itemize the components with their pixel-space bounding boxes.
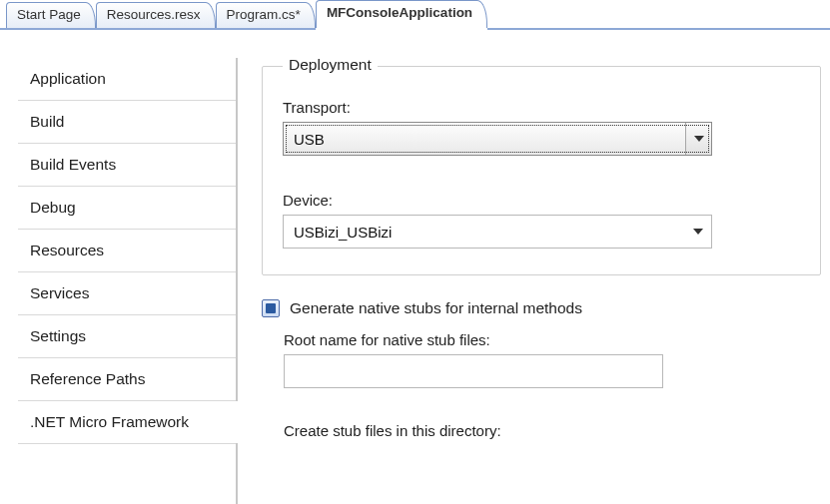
generate-native-stubs-checkbox[interactable] bbox=[262, 299, 280, 317]
generate-native-stubs-label: Generate native stubs for internal metho… bbox=[290, 299, 582, 317]
sidenav-debug[interactable]: Debug bbox=[18, 187, 236, 230]
sidenav-settings[interactable]: Settings bbox=[18, 315, 236, 358]
root-name-label: Root name for native stub files: bbox=[284, 331, 821, 348]
tab-start-page[interactable]: Start Page bbox=[6, 2, 96, 28]
sidenav-build-events[interactable]: Build Events bbox=[18, 144, 236, 187]
tab-resources-resx[interactable]: Resources.resx bbox=[96, 2, 216, 28]
deployment-groupbox: Deployment Transport: USB Device: USBizi… bbox=[262, 66, 821, 275]
transport-combobox-dropdown-button[interactable] bbox=[685, 123, 711, 155]
device-combobox[interactable]: USBizi_USBizi bbox=[283, 215, 712, 249]
project-properties-sidenav: Application Build Build Events Debug Res… bbox=[18, 58, 238, 504]
sidenav-build[interactable]: Build bbox=[18, 101, 236, 144]
sidenav-reference-paths[interactable]: Reference Paths bbox=[18, 358, 236, 401]
stub-directory-label: Create stub files in this directory: bbox=[284, 422, 821, 439]
device-combobox-dropdown-button[interactable] bbox=[685, 216, 711, 248]
native-stubs-section: Generate native stubs for internal metho… bbox=[262, 299, 821, 439]
tab-program-cs[interactable]: Program.cs* bbox=[216, 2, 316, 28]
chevron-down-icon bbox=[693, 229, 703, 235]
net-micro-framework-page: Deployment Transport: USB Device: USBizi… bbox=[238, 58, 830, 504]
root-name-input[interactable] bbox=[284, 354, 663, 388]
sidenav-services[interactable]: Services bbox=[18, 272, 236, 315]
chevron-down-icon bbox=[694, 136, 704, 142]
transport-combobox[interactable]: USB bbox=[283, 122, 712, 156]
sidenav-net-micro-framework[interactable]: .NET Micro Framework bbox=[18, 401, 236, 444]
transport-combobox-value: USB bbox=[284, 131, 685, 148]
device-label: Device: bbox=[283, 192, 800, 209]
sidenav-resources[interactable]: Resources bbox=[18, 230, 236, 272]
checkbox-checked-icon bbox=[266, 303, 276, 313]
sidenav-application[interactable]: Application bbox=[18, 58, 236, 101]
deployment-groupbox-title: Deployment bbox=[283, 58, 378, 74]
device-combobox-value: USBizi_USBizi bbox=[284, 224, 685, 241]
transport-label: Transport: bbox=[283, 99, 800, 116]
project-properties-workspace: Application Build Build Events Debug Res… bbox=[0, 30, 830, 504]
tab-mfconsoleapplication[interactable]: MFConsoleApplication bbox=[316, 0, 487, 28]
generate-native-stubs-row: Generate native stubs for internal metho… bbox=[262, 299, 821, 317]
document-tabstrip: Start Page Resources.resx Program.cs* MF… bbox=[0, 0, 830, 30]
